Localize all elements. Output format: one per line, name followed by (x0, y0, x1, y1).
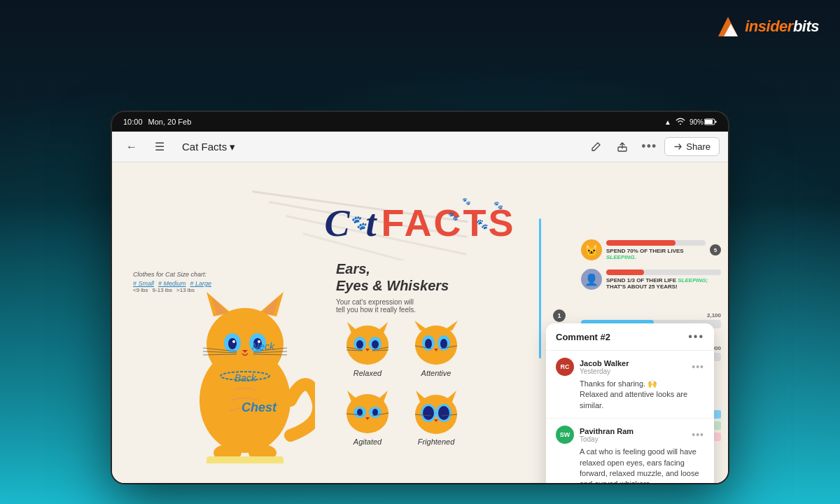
svg-marker-62 (416, 391, 427, 402)
comment-more-1[interactable]: ••• (692, 361, 704, 372)
svg-marker-31 (377, 322, 388, 333)
stat-bar-1: SPEND 70% OF THEIR LIVES SLEEPING. (606, 240, 706, 260)
paw-print-2: 🐾 (462, 197, 470, 205)
svg-marker-30 (347, 322, 358, 333)
comment-avatar-1: RC (556, 358, 574, 376)
comment-item-2: SW Pavithran Ram Today ••• A cat who is … (546, 419, 714, 483)
date: Mon, 20 Feb (148, 118, 192, 126)
comment-name-2: Pavithran Ram (580, 427, 634, 435)
cat-face-relaxed-label: Relaxed (354, 369, 382, 377)
battery-icon: 90% (690, 118, 717, 126)
size-chart: Clothes for Cat Size chart: # Small # Me… (133, 271, 211, 293)
back-label: Back (234, 372, 256, 384)
status-left: 10:00 Mon, 20 Feb (123, 118, 191, 126)
size-chart-title: Clothes for Cat Size chart: (133, 271, 211, 278)
svg-point-47 (440, 339, 447, 349)
paw-print-4: 🐾 (493, 201, 503, 210)
more-button[interactable]: ••• (638, 136, 660, 158)
svg-point-34 (356, 340, 363, 349)
svg-marker-53 (377, 391, 388, 402)
share-label: Share (686, 141, 710, 152)
svg-point-46 (425, 339, 432, 349)
svg-point-35 (372, 340, 379, 349)
title-cat: C🐾t (324, 202, 375, 245)
svg-point-16 (232, 340, 235, 343)
comment-panel-title: Comment #2 (556, 332, 610, 342)
comment-user-info-2: SW Pavithran Ram Today (556, 426, 634, 444)
svg-rect-3 (705, 120, 713, 124)
edit-button[interactable] (584, 136, 607, 158)
paw-print-3: 🐾 (476, 218, 488, 230)
comment-name-1: Jacob Walker (580, 359, 629, 368)
stat-pin-5: 5 (710, 244, 721, 255)
stat-row-2: 👤 SPEND 1/3 OF THEIR LIFE SLEEPING;THAT'… (581, 269, 721, 290)
comment-more-2[interactable]: ••• (692, 429, 704, 440)
status-bar: 10:00 Mon, 20 Feb ▲ 90% (112, 112, 728, 132)
svg-point-67 (438, 406, 449, 420)
comment-user-info-1: RC Jacob Walker Yesterday (556, 358, 629, 376)
time: 10:00 (123, 118, 143, 126)
comment-avatar-2: SW (556, 426, 574, 444)
cat-face-frightened-label: Frightened (418, 438, 455, 446)
cat-face-frightened: Frightened (405, 389, 468, 452)
share-button[interactable]: Share (664, 137, 720, 156)
comment-header: Comment #2 ••• (546, 323, 714, 351)
tablet-frame: 10:00 Mon, 20 Feb ▲ 90% ← ☰ Cat Facts ▾ (112, 112, 728, 483)
chevron-down-icon: ▾ (230, 141, 235, 153)
svg-marker-63 (445, 391, 456, 402)
cat-face-attentive-label: Attentive (421, 369, 451, 377)
svg-rect-4 (715, 121, 717, 123)
cat-face-agitated-label: Agitated (354, 438, 382, 446)
comment-user-row-1: RC Jacob Walker Yesterday ••• (556, 358, 704, 376)
comment-user-row-2: SW Pavithran Ram Today ••• (556, 426, 704, 444)
stat-bar-2: SPEND 1/3 OF THEIR LIFE SLEEPING;THAT'S … (606, 270, 721, 290)
comment-time-2: Today (580, 435, 634, 443)
cat-face-attentive: Attentive (405, 321, 468, 384)
cat-faces-grid: Relaxed (336, 321, 532, 452)
comment-item-1: RC Jacob Walker Yesterday ••• Thanks for… (546, 351, 714, 419)
comment-panel: Comment #2 ••• RC Jacob Walker Yesterday (546, 323, 714, 483)
svg-point-14 (228, 338, 237, 349)
comment-text-1: Thanks for sharing. 🙌Relaxed and attenti… (556, 379, 704, 411)
svg-marker-52 (347, 391, 358, 402)
doc-menu-button[interactable]: ☰ (148, 136, 171, 158)
svg-point-66 (423, 406, 434, 420)
wifi-icon (676, 118, 685, 126)
ears-subtitle: Your cat's expression willtell you how i… (336, 298, 532, 314)
size-weights: <9 lbs 9-13 lbs >13 lbs (133, 287, 211, 293)
app-toolbar: ← ☰ Cat Facts ▾ ••• Share (112, 132, 728, 162)
cat-face-agitated: Agitated (336, 389, 399, 452)
doc-title-text: Cat Facts (182, 141, 227, 153)
stat-avatar-cat: 🐱 (581, 239, 602, 260)
comment-header-more[interactable]: ••• (688, 330, 704, 343)
svg-point-41 (415, 326, 457, 365)
cat-illustration (175, 267, 315, 463)
cat-face-relaxed: Relaxed (336, 321, 399, 384)
stat-row-1: 🐱 SPEND 70% OF THEIR LIVES SLEEPING. 5 (581, 239, 721, 260)
logo-text: insiderbits (745, 18, 819, 36)
size-row: # Small # Medium # Large (133, 280, 211, 287)
signal-icon: ▲ (664, 118, 671, 126)
export-button[interactable] (611, 136, 634, 158)
status-right: ▲ 90% (664, 118, 717, 126)
paw-print-1: 🐾 (448, 211, 458, 221)
svg-rect-28 (206, 456, 284, 463)
doc-title[interactable]: Cat Facts ▾ (176, 138, 241, 156)
vertical-divider (539, 218, 541, 358)
comment-time-1: Yesterday (580, 368, 629, 375)
chest-label: Chest (241, 400, 276, 415)
stat-avatar-human: 👤 (581, 269, 602, 290)
doc-area: C🐾t FACTS 🐾 🐾 🐾 🐾 (112, 162, 728, 483)
neck-label: Neck (252, 341, 274, 352)
back-button[interactable]: ← (120, 136, 143, 158)
pin-marker-1: 1 (553, 309, 566, 322)
comment-text-2: A cat who is feeling good will have rela… (556, 447, 704, 483)
ears-section: Ears,Eyes & Whiskers Your cat's expressi… (336, 260, 532, 452)
logo: insiderbits (715, 14, 819, 39)
toolbar-right: ••• Share (584, 136, 720, 158)
ears-title: Ears,Eyes & Whiskers (336, 260, 532, 294)
logo-icon (715, 14, 741, 39)
